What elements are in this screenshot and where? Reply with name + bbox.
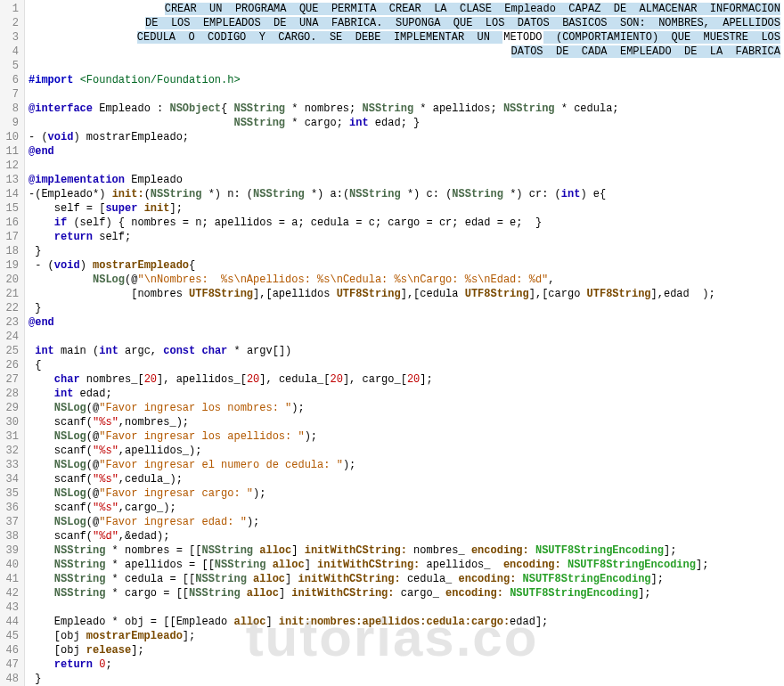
code-line: [29, 87, 780, 102]
header-line-3: CEDULA O CODIGO Y CARGO. SE DEBE IMPLEME…: [29, 30, 780, 45]
code-line: [obj mostrarEmpleado];: [29, 629, 780, 643]
code-line: {: [29, 358, 780, 372]
code-editor: 1234567891011121314151617181920212223242…: [0, 0, 784, 686]
line-number: 46: [2, 643, 19, 657]
line-number: 35: [2, 486, 19, 501]
line-number: 26: [2, 358, 19, 372]
code-line: [obj release];: [29, 643, 780, 657]
code-line: if (self) { nombres = n; apellidos = a; …: [29, 216, 780, 230]
line-number: 1: [2, 2, 19, 16]
code-line: [nombres UTF8String],[apellidos UTF8Stri…: [29, 287, 780, 301]
line-number: 22: [2, 301, 19, 315]
line-number: 4: [2, 45, 19, 59]
code-line: scanf("%s",cedula_);: [29, 472, 780, 486]
line-number: 42: [2, 586, 19, 600]
code-line: NSString * cargo = [[NSString alloc] ini…: [29, 586, 780, 600]
line-number: 2: [2, 16, 19, 30]
line-number: 16: [2, 216, 19, 230]
line-number: 6: [2, 73, 19, 87]
line-number: 20: [2, 273, 19, 287]
line-number: 23: [2, 315, 19, 330]
line-number: 28: [2, 387, 19, 401]
code-line: self = [super init];: [29, 201, 780, 216]
header-line-4: DATOS DE CADA EMPLEADO DE LA FABRICA: [29, 45, 780, 59]
code-line: NSString * apellidos = [[NSString alloc]…: [29, 558, 780, 572]
line-number: 17: [2, 230, 19, 244]
line-number: 8: [2, 102, 19, 116]
code-line: return self;: [29, 230, 780, 244]
line-number: 5: [2, 59, 19, 73]
code-line: [29, 330, 780, 344]
line-number: 34: [2, 472, 19, 486]
code-line: - (void) mostrarEmpleado{: [29, 258, 780, 273]
header-line-2: DE LOS EMPLEADOS DE UNA FABRICA. SUPONGA…: [29, 16, 780, 30]
line-number: 9: [2, 116, 19, 130]
code-line: scanf("%s",nombres_);: [29, 415, 780, 429]
line-number: 29: [2, 401, 19, 415]
code-line: NSString * nombres = [[NSString alloc] i…: [29, 543, 780, 558]
line-number: 44: [2, 615, 19, 629]
code-line: Empleado * obj = [[Empleado alloc] init:…: [29, 615, 780, 629]
line-number: 41: [2, 572, 19, 586]
code-line: int edad;: [29, 387, 780, 401]
code-line: NSLog(@"\nNombres: %s\nApellidos: %s\nCe…: [29, 273, 780, 287]
line-number: 13: [2, 173, 19, 187]
line-number: 37: [2, 515, 19, 529]
line-number: 33: [2, 458, 19, 472]
line-number: 27: [2, 372, 19, 387]
code-line: NSLog(@"Favor ingresar edad: ");: [29, 515, 780, 529]
code-line: }: [29, 301, 780, 315]
code-line: [29, 59, 780, 73]
code-line: [29, 600, 780, 615]
line-number: 31: [2, 429, 19, 444]
code-line: return 0;: [29, 657, 780, 672]
line-number: 39: [2, 543, 19, 558]
code-line: }: [29, 244, 780, 258]
line-number: 47: [2, 657, 19, 672]
code-line: NSLog(@"Favor ingresar los apellidos: ")…: [29, 429, 780, 444]
line-number: 12: [2, 159, 19, 173]
code-line: @interface Empleado : NSObject{ NSString…: [29, 102, 780, 116]
line-number: 21: [2, 287, 19, 301]
line-number: 38: [2, 529, 19, 543]
line-number: 30: [2, 415, 19, 429]
code-line: char nombres_[20], apellidos_[20], cedul…: [29, 372, 780, 387]
code-line: scanf("%d",&edad);: [29, 529, 780, 543]
line-number: 40: [2, 558, 19, 572]
code-line: NSLog(@"Favor ingresar los nombres: ");: [29, 401, 780, 415]
code-line: @end: [29, 315, 780, 330]
code-line: int main (int argc, const char * argv[]): [29, 344, 780, 358]
line-number: 10: [2, 130, 19, 144]
line-number: 24: [2, 330, 19, 344]
line-number: 32: [2, 444, 19, 458]
line-number: 7: [2, 87, 19, 102]
line-number: 19: [2, 258, 19, 273]
line-number: 11: [2, 144, 19, 159]
code-line: NSString * cargo; int edad; }: [29, 116, 780, 130]
code-line: [29, 159, 780, 173]
code-line: scanf("%s",apellidos_);: [29, 444, 780, 458]
line-number: 45: [2, 629, 19, 643]
code-line: NSLog(@"Favor ingresar cargo: ");: [29, 486, 780, 501]
code-line: -(Empleado*) init:(NSString *) n: (NSStr…: [29, 187, 780, 201]
line-number: 43: [2, 600, 19, 615]
line-number: 36: [2, 501, 19, 515]
code-area[interactable]: CREAR UN PROGRAMA QUE PERMITA CREAR LA C…: [25, 0, 784, 686]
line-number: 25: [2, 344, 19, 358]
line-number: 14: [2, 187, 19, 201]
code-line: #import <Foundation/Foundation.h>: [29, 73, 780, 87]
line-number: 48: [2, 672, 19, 686]
header-line-1: CREAR UN PROGRAMA QUE PERMITA CREAR LA C…: [29, 2, 780, 16]
code-line: scanf("%s",cargo_);: [29, 501, 780, 515]
code-line: NSString * cedula = [[NSString alloc] in…: [29, 572, 780, 586]
line-number: 15: [2, 201, 19, 216]
code-line: }: [29, 672, 780, 686]
code-line: @end: [29, 144, 780, 159]
line-number: 18: [2, 244, 19, 258]
line-number: 3: [2, 30, 19, 45]
code-line: - (void) mostrarEmpleado;: [29, 130, 780, 144]
code-line: NSLog(@"Favor ingresar el numero de cedu…: [29, 458, 780, 472]
code-line: @implementation Empleado: [29, 173, 780, 187]
line-number-gutter: 1234567891011121314151617181920212223242…: [0, 0, 25, 686]
